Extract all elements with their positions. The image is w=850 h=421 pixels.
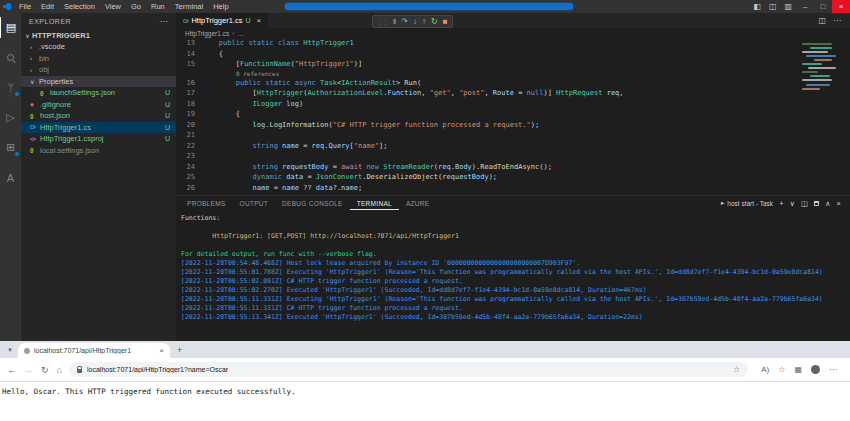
back-icon[interactable]: ←: [7, 365, 16, 375]
chevron-right-icon: ›: [30, 55, 39, 61]
step-into-icon[interactable]: ↓: [413, 18, 417, 26]
tab-actions-button[interactable]: ▾: [4, 344, 16, 356]
menu-run[interactable]: Run: [146, 2, 170, 11]
tab-httptrigger1-cs[interactable]: C# HttpTrigger1.cs U ×: [176, 13, 268, 28]
panel-tab-problems[interactable]: PROBLEMS: [180, 196, 233, 210]
terminal-task-selector[interactable]: ▸ host start - Task: [721, 199, 773, 207]
menu-file[interactable]: File: [14, 2, 36, 11]
activity-azure-button[interactable]: A: [0, 167, 21, 188]
stop-icon[interactable]: ■: [443, 18, 448, 26]
drag-handle-icon[interactable]: ⋮⋮: [377, 18, 387, 26]
editor-area: C# HttpTrigger1.cs U × ◫ ⋯ HttpTrigger1.…: [176, 13, 850, 341]
tree-item-launchsettings-json[interactable]: {}launchSettings.jsonU: [21, 87, 176, 99]
close-tab-icon[interactable]: ×: [256, 16, 261, 25]
tree-item-local-settings-json[interactable]: {}local.settings.json: [21, 145, 176, 157]
minimize-button[interactable]: –: [796, 0, 814, 13]
home-icon[interactable]: ⌂: [57, 365, 62, 375]
terminal-output[interactable]: Functions: HttpTrigger1: [GET,POST] http…: [176, 210, 850, 341]
close-browser-tab-icon[interactable]: ×: [159, 346, 164, 355]
minimap-line: [802, 63, 822, 65]
collections-icon[interactable]: ▦: [794, 365, 802, 374]
maximize-panel-icon[interactable]: ∧: [825, 199, 831, 208]
activity-extensions-button[interactable]: ⊞: [0, 137, 21, 158]
step-over-icon[interactable]: ↷: [401, 18, 408, 26]
restore-button[interactable]: □: [814, 0, 832, 13]
browser-tab[interactable]: localhost:7071/api/HttpTrigger1 ×: [18, 343, 170, 358]
breadcrumb-item[interactable]: HttpTrigger1.cs: [185, 30, 229, 37]
tree-item-httptrigger1-cs[interactable]: C#HttpTrigger1.csU: [21, 122, 176, 134]
menu-view[interactable]: View: [100, 2, 126, 11]
profile-icon[interactable]: [811, 365, 820, 374]
tree-item-obj[interactable]: ›obj: [21, 64, 176, 76]
activity-search-button[interactable]: [0, 47, 21, 68]
menu-go[interactable]: Go: [126, 2, 146, 11]
kill-terminal-icon[interactable]: [814, 201, 819, 206]
panel-tab-output[interactable]: OUTPUT: [233, 196, 276, 210]
code-line: 24 string requestBody = await new Stream…: [176, 162, 850, 173]
terminal-line: [2022-11-28T00:55:11.331Z] Executing 'Ht…: [181, 295, 850, 304]
menu-bar: FileEditSelectionViewGoRunTerminalHelp: [14, 2, 234, 11]
json-file-icon: {}: [30, 113, 40, 119]
line-number: 24: [176, 163, 202, 171]
minimap-line: [810, 75, 830, 77]
code-line: 14 {: [176, 49, 850, 60]
explorer-sidebar: EXPLORER ⋯ ∨ HTTPTRIGGER1 ›.vscode›bin›o…: [21, 13, 176, 341]
menu-selection[interactable]: Selection: [59, 2, 100, 11]
split-terminal-icon[interactable]: ◫: [801, 199, 808, 208]
step-out-icon[interactable]: ↑: [422, 18, 426, 26]
read-aloud-icon[interactable]: A): [761, 365, 769, 374]
panel-tab-debug-console[interactable]: DEBUG CONSOLE: [275, 196, 350, 210]
breadcrumb-item[interactable]: …: [237, 30, 244, 37]
activity-run-and-debug-button[interactable]: ▷: [0, 107, 21, 128]
launch-profile-chevron-icon[interactable]: ∨: [790, 199, 796, 208]
close-button[interactable]: ×: [832, 0, 850, 13]
code-line: 22 string name = req.Query["name"];: [176, 141, 850, 152]
bookmark-star-icon[interactable]: ☆: [733, 365, 740, 374]
panel-tab-terminal[interactable]: TERMINAL: [350, 196, 399, 210]
chevron-down-icon: ∨: [30, 78, 39, 85]
tree-item--gitignore[interactable]: ◆.gitignoreU: [21, 99, 176, 111]
code-text: log.LogInformation("C# HTTP trigger func…: [202, 121, 539, 129]
menu-edit[interactable]: Edit: [36, 2, 59, 11]
panel-tab-azure[interactable]: AZURE: [399, 196, 437, 210]
forward-icon[interactable]: →: [24, 365, 33, 375]
chevron-down-icon: ∨: [23, 32, 32, 39]
toggle-panel-icon[interactable]: ◫: [765, 0, 781, 13]
menu-terminal[interactable]: Terminal: [170, 2, 208, 11]
code-line: 26 name = name ?? data?.name;: [176, 183, 850, 194]
browser-more-icon[interactable]: ⋯: [829, 365, 837, 374]
cs-file-icon: C#: [30, 124, 40, 130]
address-bar[interactable]: localhost:7071/api/HttpTrigger1?name=Osc…: [69, 362, 748, 377]
tree-item-host-json[interactable]: {}host.jsonU: [21, 110, 176, 122]
toggle-primary-sidebar-icon[interactable]: ◧: [749, 0, 765, 13]
code-area[interactable]: 13 public static class HttpTrigger114 {1…: [176, 38, 850, 195]
file-label: host.json: [40, 111, 70, 120]
file-label: launchSettings.json: [50, 88, 115, 97]
tree-item-httptrigger1-csproj[interactable]: </>HttpTrigger1.csprojU: [21, 133, 176, 145]
codelens-references[interactable]: 0 references: [176, 70, 850, 78]
favorites-icon[interactable]: ☆: [778, 365, 785, 374]
menu-help[interactable]: Help: [208, 2, 233, 11]
explorer-more-icon[interactable]: ⋯: [160, 17, 169, 26]
customize-layout-icon[interactable]: ▥: [780, 0, 796, 13]
pause-icon[interactable]: ‖: [393, 18, 396, 26]
terminal-line: [181, 223, 850, 232]
restart-icon[interactable]: ↻: [431, 18, 438, 26]
terminal-task-label: host start - Task: [727, 200, 773, 207]
minimap[interactable]: [800, 41, 846, 121]
new-tab-button[interactable]: +: [177, 345, 182, 355]
sidebar-header: EXPLORER ⋯: [21, 13, 176, 29]
line-number: 17: [176, 89, 202, 97]
workspace-root-row[interactable]: ∨ HTTPTRIGGER1: [21, 29, 176, 41]
refresh-icon[interactable]: ↻: [41, 365, 49, 375]
tree-item-bin[interactable]: ›bin: [21, 53, 176, 65]
tree-item-properties[interactable]: ∨Properties: [21, 76, 176, 88]
editor-more-icon[interactable]: ⋯: [833, 16, 841, 25]
git-status-badge: U: [165, 124, 170, 131]
tree-item--vscode[interactable]: ›.vscode: [21, 41, 176, 53]
activity-explorer-button[interactable]: ▤: [0, 17, 21, 38]
close-panel-icon[interactable]: ×: [837, 199, 841, 208]
new-terminal-icon[interactable]: +: [779, 199, 783, 208]
split-editor-icon[interactable]: ◫: [818, 16, 826, 25]
activity-source-control-button[interactable]: ᛘ: [0, 77, 21, 98]
